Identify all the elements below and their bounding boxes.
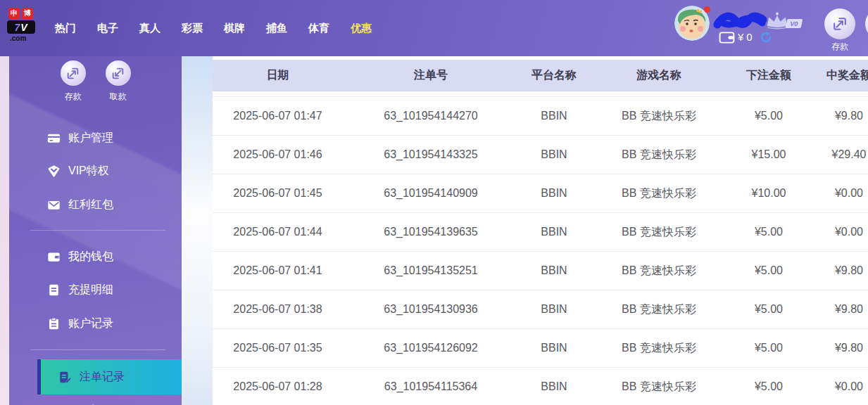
withdraw-arrow-icon xyxy=(106,60,131,86)
col-header-date: 日期 xyxy=(213,68,343,83)
cell-game: BB 竞速快乐彩 xyxy=(589,148,729,162)
top-nav-bar: 申 博 7V .com 热门电子真人彩票棋牌捕鱼体育优惠 xyxy=(0,0,868,56)
cell-win-amount: ¥9.80 xyxy=(809,110,868,122)
cell-game: BB 竞速快乐彩 xyxy=(589,380,729,394)
site-logo[interactable]: 申 博 7V .com xyxy=(7,8,48,42)
cell-date: 2025-06-07 01:35 xyxy=(213,342,343,354)
main-bg-blue-strip xyxy=(182,56,213,405)
wallet-icon xyxy=(719,32,735,44)
logo-badges: 申 博 xyxy=(8,8,48,19)
cell-bet-amount: ¥10.00 xyxy=(729,187,809,200)
nav-item-2[interactable]: 电子 xyxy=(97,22,118,35)
statement-icon xyxy=(47,283,61,297)
col-header-bet-no: 注单号 xyxy=(343,68,519,83)
sidebar-item-report[interactable]: 个人报表 xyxy=(9,399,182,405)
table-row: 2025-06-07 01:4663_101954143325BBINBB 竞速… xyxy=(213,135,868,174)
cell-platform: BBIN xyxy=(519,187,589,200)
sidebar-item-bet-record-active[interactable]: 注单记录 xyxy=(37,359,182,394)
cell-game: BB 竞速快乐彩 xyxy=(589,341,729,356)
table-row: 2025-06-07 01:4563_101954140909BBINBB 竞速… xyxy=(213,174,868,212)
quick-action-label: 存款 xyxy=(65,91,82,103)
nav-item-8[interactable]: 优惠 xyxy=(351,22,372,35)
cell-game: BB 竞速快乐彩 xyxy=(589,225,729,240)
sidebar-item-label: VIP特权 xyxy=(68,164,109,179)
balance-value: 0 xyxy=(746,31,752,43)
cell-game: BB 竞速快乐彩 xyxy=(589,302,729,317)
balance-symbol: ¥ xyxy=(738,31,743,43)
cell-platform: BBIN xyxy=(519,264,589,277)
logo-tld: .com xyxy=(10,34,48,42)
quick-action-deposit[interactable]: 存款 xyxy=(61,60,86,103)
deposit-arrow-icon xyxy=(831,15,848,32)
cell-win-amount: ¥9.80 xyxy=(809,264,868,277)
bet-record-icon xyxy=(58,371,72,384)
cell-bet-no: 63_101954143325 xyxy=(343,148,519,161)
cell-bet-amount: ¥5.00 xyxy=(729,303,809,316)
table-header-row: 日期注单号平台名称游戏名称下注金额中奖金额 xyxy=(213,60,868,91)
sidebar-item-wallet[interactable]: 我的钱包 xyxy=(9,245,182,268)
sidebar: 存款取款 账户管理VIP特权红利红包我的钱包充提明细账户记录注单记录个人报表 xyxy=(9,56,182,405)
table-row: 2025-06-07 01:4463_101954139635BBINBB 竞速… xyxy=(213,212,868,251)
red-envelope-icon xyxy=(47,198,61,212)
cell-date: 2025-06-07 01:46 xyxy=(213,148,343,161)
table-row: 2025-06-07 01:3863_101954130936BBINBB 竞速… xyxy=(213,290,868,328)
username-redaction-scribble xyxy=(713,12,768,32)
logo-name: 7V xyxy=(14,22,27,33)
cell-bet-amount: ¥5.00 xyxy=(729,226,809,238)
cell-date: 2025-06-07 01:28 xyxy=(213,380,343,393)
topbar-deposit-button[interactable] xyxy=(824,8,855,39)
table-row: 2025-06-07 01:2863_101954115364BBINBB 竞速… xyxy=(213,367,868,405)
cell-win-amount: ¥9.80 xyxy=(809,303,868,316)
nav-item-1[interactable]: 热门 xyxy=(55,22,76,35)
cell-date: 2025-06-07 01:41 xyxy=(213,264,343,277)
nav-item-6[interactable]: 捕鱼 xyxy=(266,22,287,35)
partial-edge-button[interactable] xyxy=(865,8,868,39)
cell-bet-amount: ¥15.00 xyxy=(729,148,809,161)
cell-win-amount: ¥0.00 xyxy=(809,226,868,238)
sidebar-item-red-envelope[interactable]: 红利红包 xyxy=(9,193,182,216)
app-screen: 申 博 7V .com 热门电子真人彩票棋牌捕鱼体育优惠 xyxy=(0,0,868,405)
cell-win-amount: ¥0.00 xyxy=(809,187,868,200)
col-header-win-amount: 中奖金额 xyxy=(809,68,868,83)
deposit-arrow-icon xyxy=(61,60,86,86)
cell-bet-no: 63_101954144270 xyxy=(343,110,519,122)
nav-item-7[interactable]: 体育 xyxy=(308,22,329,35)
cell-platform: BBIN xyxy=(519,226,589,238)
sidebar-item-clipboard[interactable]: 账户记录 xyxy=(9,312,182,335)
cell-bet-no: 63_101954139635 xyxy=(343,226,519,238)
sidebar-item-label: 账户管理 xyxy=(68,131,113,146)
nav-item-5[interactable]: 棋牌 xyxy=(224,22,245,35)
cell-platform: BBIN xyxy=(519,148,589,161)
cell-bet-amount: ¥5.00 xyxy=(729,110,809,122)
cell-bet-no: 63_101954130936 xyxy=(343,303,519,316)
nav-item-4[interactable]: 彩票 xyxy=(182,22,203,35)
balance-display: ¥ 0 xyxy=(738,31,753,43)
cell-bet-amount: ¥5.00 xyxy=(729,342,809,354)
sidebar-item-label: 充提明细 xyxy=(68,283,113,297)
nav-item-3[interactable]: 真人 xyxy=(139,22,161,35)
quick-action-withdraw[interactable]: 取款 xyxy=(106,60,131,103)
records-table: 日期注单号平台名称游戏名称下注金额中奖金额 2025-06-07 01:4763… xyxy=(213,60,868,405)
cell-date: 2025-06-07 01:44 xyxy=(213,226,343,238)
cell-game: BB 竞速快乐彩 xyxy=(589,264,729,278)
sidebar-divider xyxy=(30,349,165,350)
sidebar-item-card[interactable]: 账户管理 xyxy=(9,127,182,149)
top-nav-items: 热门电子真人彩票棋牌捕鱼体育优惠 xyxy=(55,0,372,56)
cell-platform: BBIN xyxy=(519,380,589,393)
logo-badge-left: 申 xyxy=(8,8,20,19)
main-content: 日期注单号平台名称游戏名称下注金额中奖金额 2025-06-07 01:4763… xyxy=(182,56,868,405)
wallet-icon xyxy=(47,250,61,264)
clipboard-icon xyxy=(47,317,61,330)
sidebar-item-statement[interactable]: 充提明细 xyxy=(9,278,182,301)
cell-bet-no: 63_101954126092 xyxy=(343,342,519,354)
sidebar-item-label: 我的钱包 xyxy=(68,250,113,264)
sidebar-item-label: 注单记录 xyxy=(80,370,125,385)
cell-bet-no: 63_101954140909 xyxy=(343,187,519,200)
sidebar-item-vip-badge[interactable]: VIP特权 xyxy=(9,160,182,182)
sidebar-divider xyxy=(30,230,165,231)
cell-bet-no: 63_101954135251 xyxy=(343,264,519,277)
vip-badge-icon xyxy=(47,165,61,178)
cell-bet-amount: ¥5.00 xyxy=(729,264,809,277)
refresh-balance-icon[interactable] xyxy=(760,31,772,44)
cell-date: 2025-06-07 01:38 xyxy=(213,303,343,316)
